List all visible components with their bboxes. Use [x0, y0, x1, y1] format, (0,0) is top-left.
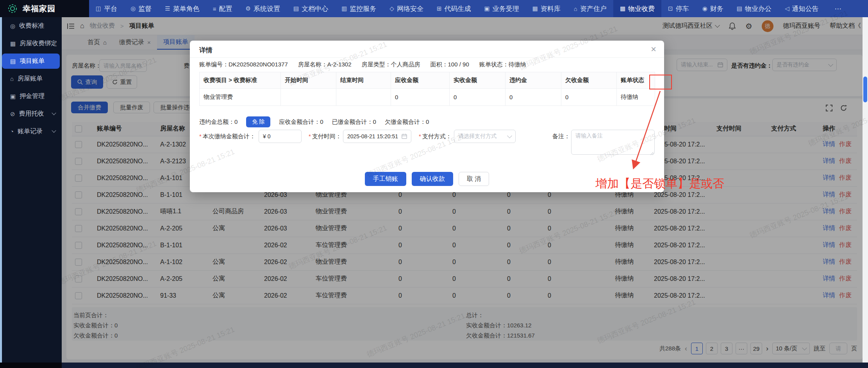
sidebar-item-project-bills[interactable]: ▤ 项目账单 [2, 54, 60, 69]
footer-bar [0, 363, 868, 368]
nav-item-monitor-services[interactable]: ▥ 监控服务 [335, 0, 383, 17]
mcol-end-time: 结束时间 [336, 72, 391, 89]
sidebar-item-icon: ◎ [10, 23, 15, 30]
bill-info-value: 个人商品房 [391, 61, 420, 68]
sidebar-item-icon: ▦ [10, 40, 16, 47]
nav-item-label: 文档中心 [302, 4, 328, 13]
confirm-payment-button[interactable]: 确认收款 [412, 172, 453, 186]
chevron-down-icon [507, 133, 512, 138]
nav-item-icon: ▤ [293, 5, 299, 12]
nav-item-config[interactable]: ≡ 配置 [206, 0, 239, 17]
sidebar-item-label: 房屋收费绑定 [20, 39, 57, 48]
nav-item-business-acceptance[interactable]: ▣ 业务受理 [477, 0, 525, 17]
nav-item-supervise[interactable]: ◎ 监督 [124, 0, 158, 17]
sidebar-item-bill-records[interactable]: ◔ 账单记录 [0, 123, 62, 140]
pay-time-input[interactable]: 2025-08-21 15:20:51 [343, 130, 411, 143]
nav-item-repository[interactable]: ▦ 资料库 [526, 0, 567, 17]
bill-info-label: 面积： [430, 61, 448, 68]
paid-total: 已缴金额合计：0 [332, 118, 376, 126]
nav-item-icon: ⊞ [437, 5, 442, 12]
nav-item-notices[interactable]: ◁ 通知公告 [778, 0, 825, 17]
nav-item-icon: ▣ [484, 5, 489, 12]
bill-info-label: 房屋类型： [362, 61, 391, 68]
nav-item-icon: ◎ [130, 5, 136, 12]
sidebar-item-deposit-management[interactable]: ▣ 押金管理 [0, 88, 62, 105]
page-scrollbar[interactable] [863, 17, 868, 363]
logo-block: 幸福家园 [0, 0, 89, 17]
bill-info-value: DK20250820NO01377 [229, 61, 288, 68]
nav-item-icon: ⚙ [246, 5, 251, 12]
pay-method-placeholder: 请选择支付方式 [458, 133, 497, 140]
chevron-down-icon [52, 111, 56, 115]
sidebar-item-fee-standards[interactable]: ◎ 收费标准 [0, 17, 62, 35]
nav-item-parking[interactable]: ⊡ 停车 [661, 0, 696, 17]
sidebar-item-icon: ◔ [10, 128, 14, 135]
nav-item-property-fees[interactable]: ▩ 物业收费 [613, 0, 661, 17]
nav-item-label: ⋯ [834, 5, 841, 13]
nav-item-label: 物业收费 [628, 4, 655, 13]
nav-item-icon: ◇ [389, 5, 394, 12]
nav-item-assets-residents[interactable]: ⌂ 资产住户 [567, 0, 613, 17]
sidebar-item-label: 项目账单 [20, 57, 45, 65]
modal-title: 详情 [199, 46, 213, 55]
nav-item-label: 资料库 [541, 4, 561, 13]
sidebar-item-icon: ▣ [10, 93, 16, 100]
close-icon[interactable]: × [651, 44, 656, 55]
nav-item-doc-center[interactable]: ▤ 文档中心 [287, 0, 335, 17]
sidebar-item-icon: ⌂ [10, 75, 14, 82]
pay-method-select[interactable]: 请选择支付方式 [454, 130, 516, 143]
bill-info-pair: 面积：100 / 90 [430, 61, 469, 68]
nav-item-label: 监督 [138, 4, 152, 13]
nav-item-platform[interactable]: ◫ 平台 [89, 0, 124, 17]
mcol-owed: 欠收金额 [561, 72, 617, 89]
manual-writeoff-button[interactable]: 手工销账 [365, 172, 406, 186]
modal-table-row: 物业管理费 0 0 0 0 待缴纳 [200, 89, 655, 106]
sidebar-item-house-fee-binding[interactable]: ▦ 房屋收费绑定 [0, 35, 62, 52]
sidebar-item-fee-collection[interactable]: ⊘ 费用托收 [0, 105, 62, 123]
annotation-highlight-box [649, 75, 672, 89]
nav-item-icon: ◉ [702, 5, 707, 12]
nav-item-network-security[interactable]: ◇ 网络安全 [383, 0, 430, 17]
sidebar-item-label: 费用托收 [19, 110, 44, 118]
annotation-text: 增加【是否锁单】是或否 [595, 176, 724, 192]
nav-item-label: 网络安全 [397, 4, 423, 13]
bill-info-pair: 房屋类型：个人商品房 [362, 61, 420, 68]
annotation-arrow [621, 89, 676, 171]
nav-item-finance[interactable]: ◉ 财务 [696, 0, 730, 17]
sidebar-item-label: 账单记录 [18, 127, 43, 136]
nav-item-label: 物业办公 [745, 4, 772, 13]
receivable-total: 应收金额合计：0 [279, 118, 323, 126]
bill-info-value: 100 / 90 [448, 61, 469, 68]
pay-time-value: 2025-08-21 15:20:51 [347, 133, 398, 139]
nav-item-menu-roles[interactable]: ☰ 菜单角色 [158, 0, 206, 17]
waive-penalty-button[interactable]: 免 除 [246, 116, 270, 127]
chevron-down-icon [52, 128, 56, 132]
bill-info-pair: 账单状态：待缴纳 [479, 61, 526, 68]
nav-item-system-settings[interactable]: ⚙ 系统设置 [239, 0, 287, 17]
pay-amount-input[interactable] [259, 130, 302, 143]
mcol-received: 实收金额 [450, 72, 505, 89]
nav-item-icon: ≡ [213, 5, 216, 12]
window-edge-strip [0, 17, 2, 363]
nav-item-label: 代码生成 [444, 4, 471, 13]
nav-item-icon: ⌂ [574, 5, 577, 12]
modal-table-header-row: 收费项目 > 收费标准 开始时间 结束时间 应收金额 实收金额 违约金 欠收金额… [200, 72, 655, 89]
bill-info-pair: 房屋名称：A-2-1302 [298, 61, 352, 68]
nav-item-icon: ☰ [165, 5, 170, 12]
scrollbar-thumb[interactable] [863, 77, 867, 102]
pay-time-label: 支付时间： [312, 133, 341, 139]
sidebar-item-icon: ▤ [10, 58, 16, 65]
app-title: 幸福家园 [23, 4, 55, 14]
cancel-button[interactable]: 取 消 [459, 172, 489, 186]
owed-total: 欠缴金额合计：0 [385, 118, 429, 126]
nav-item-label: 监控服务 [350, 4, 376, 13]
sidebar-item-house-bills[interactable]: ⌂ 房屋账单 [0, 70, 62, 88]
nav-item-label: 通知公告 [792, 4, 818, 13]
penalty-total: 违约金总额：0 [199, 118, 238, 126]
nav-item-label: 资产住户 [580, 4, 607, 13]
nav-item-property-office[interactable]: ▤ 物业办公 [730, 0, 778, 17]
nav-item-icon: ◫ [96, 5, 101, 12]
bill-info-label: 账单状态： [479, 61, 509, 68]
nav-item-more[interactable]: ⋯ [825, 0, 848, 17]
nav-item-code-generation[interactable]: ⊞ 代码生成 [430, 0, 478, 17]
